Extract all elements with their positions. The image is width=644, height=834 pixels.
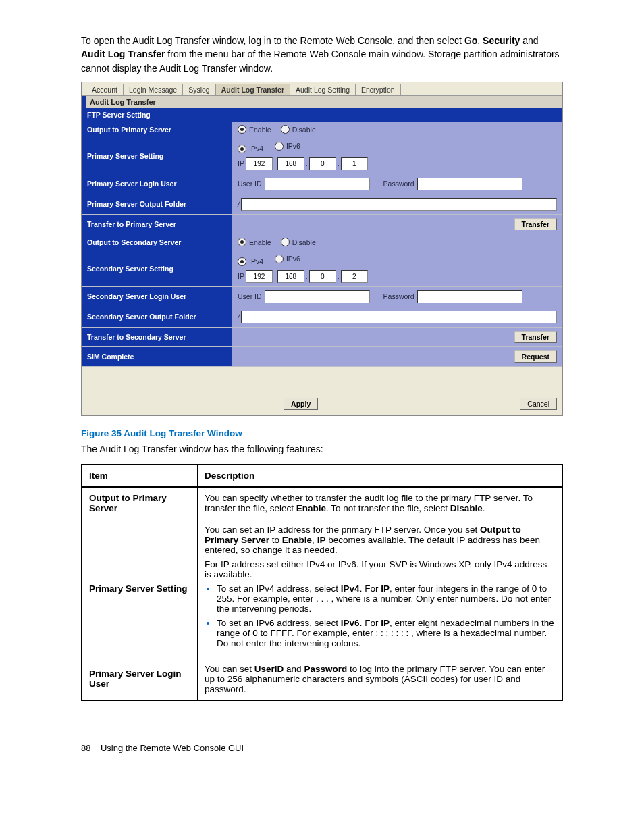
secondary-userid-input[interactable]: [265, 290, 370, 303]
radio-primary-ipv6[interactable]: IPv6: [275, 142, 300, 151]
label-transfer-primary: Transfer to Primary Server: [82, 215, 232, 234]
label-output-secondary: Output to Secondary Server: [82, 234, 232, 251]
primary-userid-input[interactable]: [265, 178, 370, 190]
radio-primary-enable[interactable]: Enable: [238, 125, 271, 134]
description-table: Item Description Output to Primary Serve…: [81, 464, 563, 701]
transfer-secondary-button[interactable]: Transfer: [514, 331, 557, 343]
row1-item: Output to Primary Server: [82, 487, 198, 519]
col-description: Description: [198, 465, 563, 487]
primary-password-input[interactable]: [417, 178, 522, 190]
figure-caption: Figure 35 Audit Log Transfer Window: [81, 428, 563, 438]
tab-encryption[interactable]: Encryption: [356, 84, 401, 95]
tab-syslog[interactable]: Syslog: [183, 84, 216, 95]
label-secondary-login: Secondary Server Login User: [82, 287, 232, 307]
apply-button[interactable]: Apply: [284, 398, 318, 410]
cancel-button[interactable]: Cancel: [520, 398, 557, 410]
tab-account[interactable]: Account: [86, 84, 124, 95]
row2-desc: You can set an IP address for the primar…: [198, 519, 563, 658]
tab-audit-log-transfer[interactable]: Audit Log Transfer: [216, 84, 290, 95]
radio-secondary-ipv6[interactable]: IPv6: [275, 255, 300, 263]
label-output-primary: Output to Primary Server: [82, 122, 232, 138]
label-secondary-folder: Secondary Server Output Folder: [82, 307, 232, 327]
radio-primary-ipv4[interactable]: IPv4: [238, 145, 263, 153]
primary-ip-seg-2[interactable]: [277, 157, 304, 170]
secondary-password-input[interactable]: [417, 290, 522, 303]
radio-secondary-ipv4[interactable]: IPv4: [238, 257, 263, 266]
col-item: Item: [82, 465, 198, 487]
tab-strip: Account Login Message Syslog Audit Log T…: [82, 82, 562, 96]
request-button[interactable]: Request: [514, 350, 557, 363]
label-sim-complete: SIM Complete: [82, 347, 232, 366]
secondary-folder-input[interactable]: [241, 311, 557, 323]
label-primary-login: Primary Server Login User: [82, 174, 232, 194]
section-ftp-server-setting: FTP Server Setting: [82, 108, 562, 122]
figure-followup: The Audit Log Transfer window has the fo…: [81, 444, 563, 454]
row2-item: Primary Server Setting: [82, 519, 198, 658]
row3-item: Primary Server Login User: [82, 658, 198, 700]
tab-login-message[interactable]: Login Message: [124, 84, 183, 95]
audit-log-transfer-screenshot: Account Login Message Syslog Audit Log T…: [81, 82, 563, 416]
label-primary-setting: Primary Server Setting: [82, 138, 232, 174]
row1-desc: You can specify whether to transfer the …: [198, 487, 563, 519]
label-secondary-setting: Secondary Server Setting: [82, 251, 232, 286]
radio-secondary-enable[interactable]: Enable: [238, 238, 271, 246]
transfer-primary-button[interactable]: Transfer: [514, 218, 557, 230]
row3-desc: You can set UserID and Password to log i…: [198, 658, 563, 700]
radio-primary-disable[interactable]: Disable: [281, 125, 316, 134]
label-transfer-secondary: Transfer to Secondary Server: [82, 328, 232, 346]
primary-ip-seg-4[interactable]: [341, 157, 368, 170]
radio-secondary-disable[interactable]: Disable: [281, 238, 316, 246]
slash-icon: /: [238, 200, 240, 208]
secondary-ip-seg-4[interactable]: [341, 270, 368, 283]
slash-icon: /: [238, 313, 240, 321]
primary-ip-seg-3[interactable]: [309, 157, 336, 170]
label-primary-folder: Primary Server Output Folder: [82, 194, 232, 214]
secondary-ip-seg-3[interactable]: [309, 270, 336, 283]
tab-audit-log-setting[interactable]: Audit Log Setting: [290, 84, 356, 95]
primary-folder-input[interactable]: [241, 198, 557, 211]
primary-ip-seg-1[interactable]: [246, 157, 273, 170]
panel-title: Audit Log Transfer: [82, 96, 562, 108]
intro-paragraph: To open the Audit Log Transfer window, l…: [81, 34, 563, 75]
secondary-ip-seg-1[interactable]: [246, 270, 273, 283]
page-footer: 88 Using the Remote Web Console GUI: [81, 743, 563, 753]
secondary-ip-seg-2[interactable]: [277, 270, 304, 283]
